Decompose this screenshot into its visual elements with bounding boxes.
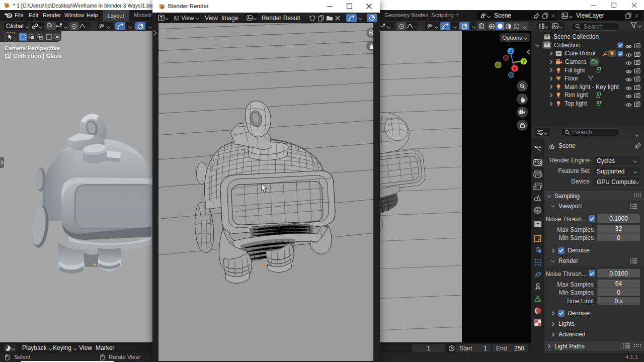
svg-text:Z: Z (509, 49, 512, 54)
svg-text:X: X (513, 66, 516, 71)
svg-text:Y: Y (522, 59, 525, 64)
